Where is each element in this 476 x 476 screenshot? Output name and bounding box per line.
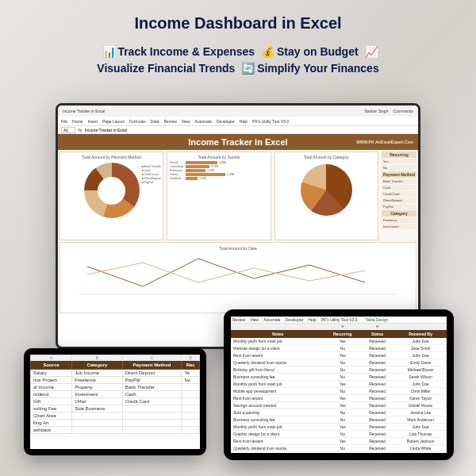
ribbon-tab[interactable]: Help <box>240 119 248 124</box>
tag-text: Simplify Your Finances <box>257 62 379 75</box>
slicer-item[interactable]: Investment <box>382 224 416 229</box>
col-letter[interactable]: B <box>72 355 122 361</box>
ribbon-tab[interactable]: Page Layout <box>102 119 125 124</box>
page-title: Income Dashboard in Excel <box>16 14 460 33</box>
table-row[interactable]: Birthday gift from friendNoReceivedMicha… <box>231 367 447 374</box>
table-row[interactable]: Rent from tenantYesReceivedJohn Doe <box>231 352 447 359</box>
ribbon-tab[interactable]: PK's Utility Tool V3.0 <box>252 119 289 124</box>
chart-icon: 📊 <box>102 44 112 60</box>
tag-text: Stay on Budget <box>277 45 359 58</box>
ribbon-tab[interactable]: PK's Utility Tool V3.0 <box>321 317 358 322</box>
ribbon-tab[interactable]: Review <box>163 119 176 124</box>
ribbon-tab[interactable]: Developer <box>217 119 235 124</box>
table-row[interactable]: ashback <box>31 427 200 434</box>
slicer-item[interactable]: Yes <box>382 159 416 164</box>
ribbon-tab[interactable]: View <box>250 317 259 322</box>
table-row[interactable]: sulting FeeSide Business <box>31 405 200 413</box>
banner-title: Income Tracker in Excel <box>188 137 287 147</box>
table-row[interactable]: Monthly profit from main jobYesReceivedJ… <box>231 338 447 345</box>
panel-title: Total Amount by Payment Method <box>63 155 160 159</box>
table-header[interactable]: Source <box>31 361 72 370</box>
ribbon-tab-active[interactable]: Table Design <box>363 317 392 323</box>
ribbon-tab[interactable]: File <box>61 119 67 124</box>
table-row[interactable]: Business consulting feeNoReceivedMark An… <box>231 416 447 424</box>
col-letter[interactable]: A <box>31 355 72 361</box>
slicer-header: Payment Method <box>382 171 416 178</box>
tablet-ribbon: ReviewViewAutomateDeveloperHelpPK's Util… <box>231 317 447 324</box>
formula-bar[interactable]: A1 fx Income Tracker in Excel <box>58 126 418 134</box>
table-row[interactable]: Credit card cashbackNoReceivedKevin Harr… <box>231 452 447 454</box>
table-row[interactable]: Chart Area <box>31 413 200 420</box>
table-row[interactable]: Sold a paintingNoReceivedJessica Lee <box>231 409 447 416</box>
table-header[interactable]: Rec <box>182 361 200 370</box>
notes-table: GH NotesRecurringStatusReceived By Month… <box>231 324 447 453</box>
ribbon-tab[interactable]: Automate <box>195 119 212 124</box>
table-header[interactable]: Notes <box>231 330 325 339</box>
table-row[interactable]: SalaryJob IncomeDirect DepositYe <box>31 370 200 377</box>
table-row[interactable]: Rent from tenantYesReceivedRobert Jackso… <box>231 438 447 445</box>
ribbon-tab[interactable]: Developer <box>286 317 304 322</box>
slicer-item[interactable]: PayPal <box>382 204 416 209</box>
col-letter[interactable] <box>231 324 325 330</box>
ribbon-tab[interactable]: Automate <box>263 317 280 322</box>
slicer-item[interactable]: Credit Card <box>382 191 416 197</box>
slicer-item[interactable]: No <box>382 165 416 171</box>
name-box[interactable]: A1 <box>61 127 75 133</box>
tag-text: Visualize Financial Trends <box>97 62 235 75</box>
slicer-item[interactable]: Freelance <box>382 217 416 223</box>
ribbon-tab[interactable]: View <box>182 119 190 124</box>
ribbon-tab[interactable]: Formulas <box>129 119 146 124</box>
col-letter[interactable]: C <box>122 355 182 361</box>
table-row[interactable]: Savings account interestYesReceivedDanie… <box>231 402 447 409</box>
table-row[interactable]: Graphic design for a clientNoReceivedLis… <box>231 431 447 438</box>
ribbon-tab[interactable]: Help <box>308 317 316 322</box>
table-header[interactable]: Received By <box>394 330 447 339</box>
ribbon-tab[interactable]: Insert <box>87 119 98 124</box>
window-titlebar: Income Tracker in Excel Navkar Singh Com… <box>58 106 418 117</box>
donut-chart <box>84 163 140 218</box>
table-row[interactable]: GiftOtherCredit Card <box>31 398 200 405</box>
table-row[interactable]: lling Art <box>31 420 200 427</box>
table-row[interactable]: Rent from tenantYesReceivedKaren Taylor <box>231 395 447 402</box>
bar-row: Salary5,200 <box>170 173 267 176</box>
tablet-screen: ABCD SourceCategoryPayment MethodRec Sal… <box>30 355 200 449</box>
table-row[interactable]: al IncomePropertyBank Transfer <box>31 384 200 391</box>
table-row[interactable]: Monthly profit from main jobYesReceivedJ… <box>231 424 447 431</box>
table-row[interactable]: Business consulting feeNoReceivedSarah W… <box>231 374 447 381</box>
tagline: 📊 Track Income & Expenses 💰 Stay on Budg… <box>16 44 460 77</box>
col-letter[interactable]: D <box>182 355 200 361</box>
bar-row: Freelance2,500 <box>170 169 267 172</box>
slicer-item[interactable]: Bank Transfer <box>382 178 416 184</box>
ribbon-tab[interactable]: Review <box>232 317 245 322</box>
tablet-right: ReviewViewAutomateDeveloperHelpPK's Util… <box>224 309 454 460</box>
panel-title: Total Amount by Source <box>170 155 267 159</box>
bar-row: Rental4,000 <box>170 161 267 164</box>
slicer-item[interactable]: DirectDeposit <box>382 198 416 203</box>
hbar-chart: Rental4,000Consulting3,100Freelance2,500… <box>170 161 267 180</box>
table-row[interactable]: Mobile app developmentNoReceivedChris Mi… <box>231 388 447 395</box>
table-header[interactable]: Payment Method <box>122 361 182 370</box>
slicer-item[interactable]: Cash <box>382 185 416 190</box>
commands-button[interactable]: Commands <box>393 109 413 113</box>
money-icon: 💰 <box>261 44 271 60</box>
col-letter[interactable]: G <box>325 324 361 330</box>
panel-payment-method: Total Amount by Payment Method Bank Tran… <box>60 152 163 240</box>
table-row[interactable]: ividendInvestmentCash <box>31 391 200 398</box>
formula-text[interactable]: Income Tracker in Excel <box>85 128 127 132</box>
ribbon-tab[interactable]: Home <box>72 119 83 124</box>
table-header[interactable]: Status <box>360 330 394 339</box>
table-row[interactable]: Website design for a clientNoReceivedJan… <box>231 345 447 352</box>
col-letter[interactable] <box>394 324 447 330</box>
panel-category: Total Amount by Category <box>274 152 378 240</box>
table-row[interactable]: Quarterly dividend from stocksNoReceived… <box>231 359 447 367</box>
ribbon-tab[interactable]: Data <box>151 119 159 124</box>
ribbon: FileHomeInsertPage LayoutFormulasDataRev… <box>58 117 418 126</box>
table-header[interactable]: Category <box>72 361 122 370</box>
table-row[interactable]: Quarterly dividend from stocksNoReceived… <box>231 445 447 452</box>
table-row[interactable]: nce ProjectFreelancePayPalNo <box>31 377 200 384</box>
col-letter[interactable]: H <box>360 324 394 330</box>
table-header[interactable]: Recurring <box>325 330 361 339</box>
doc-title: Income Tracker in Excel <box>63 109 105 113</box>
user-name: Navkar Singh <box>364 109 388 113</box>
table-row[interactable]: Monthly profit from main jobYesReceivedJ… <box>231 381 447 388</box>
